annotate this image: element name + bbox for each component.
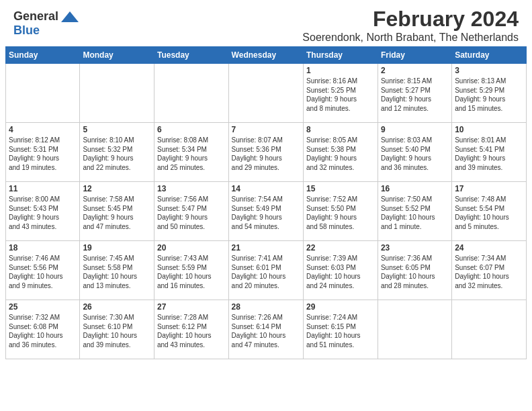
cell-day-number: 6 xyxy=(157,125,226,134)
cell-day-info: Sunrise: 8:13 AM Sunset: 5:29 PM Dayligh… xyxy=(455,77,523,113)
calendar-week-3: 18Sunrise: 7:46 AM Sunset: 5:56 PM Dayli… xyxy=(6,241,527,300)
cell-day-number: 24 xyxy=(455,243,523,253)
cell-day-info: Sunrise: 8:07 AM Sunset: 5:36 PM Dayligh… xyxy=(232,136,300,172)
cell-day-info: Sunrise: 7:52 AM Sunset: 5:50 PM Dayligh… xyxy=(306,195,375,231)
cell-day-info: Sunrise: 8:08 AM Sunset: 5:34 PM Dayligh… xyxy=(157,136,226,172)
cell-day-info: Sunrise: 7:50 AM Sunset: 5:52 PM Dayligh… xyxy=(381,195,449,231)
cell-day-info: Sunrise: 7:48 AM Sunset: 5:54 PM Dayligh… xyxy=(455,195,523,231)
title-location: Soerendonk, North Brabant, The Netherlan… xyxy=(302,32,519,44)
cell-day-info: Sunrise: 7:30 AM Sunset: 6:10 PM Dayligh… xyxy=(83,313,151,349)
calendar-header: SundayMondayTuesdayWednesdayThursdayFrid… xyxy=(6,47,527,64)
cell-day-number: 7 xyxy=(232,125,300,134)
cell-day-number: 18 xyxy=(9,243,77,253)
calendar-week-4: 25Sunrise: 7:32 AM Sunset: 6:08 PM Dayli… xyxy=(6,300,527,359)
calendar-cell: 9Sunrise: 8:03 AM Sunset: 5:40 PM Daylig… xyxy=(378,123,451,182)
cell-day-info: Sunrise: 7:43 AM Sunset: 5:59 PM Dayligh… xyxy=(157,254,226,290)
cell-day-number: 16 xyxy=(381,184,449,193)
calendar-week-1: 4Sunrise: 8:12 AM Sunset: 5:31 PM Daylig… xyxy=(6,123,527,182)
calendar-week-2: 11Sunrise: 8:00 AM Sunset: 5:43 PM Dayli… xyxy=(6,182,527,241)
cell-day-number: 1 xyxy=(306,66,375,75)
cell-day-number: 13 xyxy=(157,184,226,193)
cell-day-number: 8 xyxy=(306,125,375,134)
cell-day-info: Sunrise: 7:26 AM Sunset: 6:14 PM Dayligh… xyxy=(232,313,300,349)
calendar-cell: 29Sunrise: 7:24 AM Sunset: 6:15 PM Dayli… xyxy=(304,300,378,359)
calendar-cell xyxy=(80,64,154,123)
cell-day-number: 20 xyxy=(157,243,226,253)
calendar-cell xyxy=(228,64,303,123)
cell-day-info: Sunrise: 7:45 AM Sunset: 5:58 PM Dayligh… xyxy=(83,254,151,290)
calendar-cell xyxy=(154,64,228,123)
calendar-cell: 4Sunrise: 8:12 AM Sunset: 5:31 PM Daylig… xyxy=(6,123,80,182)
day-header-wednesday: Wednesday xyxy=(228,47,303,64)
cell-day-info: Sunrise: 7:34 AM Sunset: 6:07 PM Dayligh… xyxy=(455,254,523,290)
cell-day-number: 14 xyxy=(232,184,300,193)
calendar-cell: 5Sunrise: 8:10 AM Sunset: 5:32 PM Daylig… xyxy=(80,123,154,182)
calendar-cell xyxy=(6,64,80,123)
day-header-sunday: Sunday xyxy=(6,47,80,64)
cell-day-number: 21 xyxy=(232,243,300,253)
cell-day-number: 23 xyxy=(381,243,449,253)
title-month: February 2024 xyxy=(302,7,519,32)
cell-day-number: 10 xyxy=(455,125,523,134)
calendar-cell: 17Sunrise: 7:48 AM Sunset: 5:54 PM Dayli… xyxy=(452,182,527,241)
cell-day-number: 17 xyxy=(455,184,523,193)
day-header-monday: Monday xyxy=(80,47,154,64)
cell-day-info: Sunrise: 7:46 AM Sunset: 5:56 PM Dayligh… xyxy=(9,254,77,290)
cell-day-info: Sunrise: 7:32 AM Sunset: 6:08 PM Dayligh… xyxy=(9,313,77,349)
calendar-cell: 21Sunrise: 7:41 AM Sunset: 6:01 PM Dayli… xyxy=(228,241,303,300)
cell-day-number: 26 xyxy=(83,302,151,312)
cell-day-number: 4 xyxy=(9,125,77,134)
calendar-cell: 10Sunrise: 8:01 AM Sunset: 5:41 PM Dayli… xyxy=(452,123,527,182)
cell-day-info: Sunrise: 7:39 AM Sunset: 6:03 PM Dayligh… xyxy=(306,254,375,290)
calendar-cell: 14Sunrise: 7:54 AM Sunset: 5:49 PM Dayli… xyxy=(228,182,303,241)
calendar-cell xyxy=(378,300,451,359)
cell-day-number: 15 xyxy=(306,184,375,193)
title-block: February 2024 Soerendonk, North Brabant,… xyxy=(302,7,519,44)
page-header: General Blue February 2024 Soerendonk, N… xyxy=(0,0,532,46)
cell-day-number: 3 xyxy=(455,66,523,75)
cell-day-number: 28 xyxy=(232,302,300,312)
logo-blue: Blue xyxy=(13,24,40,38)
cell-day-info: Sunrise: 7:54 AM Sunset: 5:49 PM Dayligh… xyxy=(232,195,300,231)
svg-marker-0 xyxy=(61,11,79,22)
cell-day-info: Sunrise: 7:36 AM Sunset: 6:05 PM Dayligh… xyxy=(381,254,449,290)
cell-day-info: Sunrise: 7:56 AM Sunset: 5:47 PM Dayligh… xyxy=(157,195,226,231)
cell-day-info: Sunrise: 8:00 AM Sunset: 5:43 PM Dayligh… xyxy=(9,195,77,231)
calendar-cell: 8Sunrise: 8:05 AM Sunset: 5:38 PM Daylig… xyxy=(304,123,378,182)
cell-day-number: 5 xyxy=(83,125,151,134)
calendar-cell: 18Sunrise: 7:46 AM Sunset: 5:56 PM Dayli… xyxy=(6,241,80,300)
cell-day-number: 19 xyxy=(83,243,151,253)
cell-day-number: 29 xyxy=(306,302,375,312)
cell-day-info: Sunrise: 7:24 AM Sunset: 6:15 PM Dayligh… xyxy=(306,313,375,349)
calendar-week-0: 1Sunrise: 8:16 AM Sunset: 5:25 PM Daylig… xyxy=(6,64,527,123)
calendar-container: SundayMondayTuesdayWednesdayThursdayFrid… xyxy=(0,46,532,365)
cell-day-number: 22 xyxy=(306,243,375,253)
calendar-cell: 13Sunrise: 7:56 AM Sunset: 5:47 PM Dayli… xyxy=(154,182,228,241)
logo-general: General xyxy=(13,9,58,24)
calendar-cell: 23Sunrise: 7:36 AM Sunset: 6:05 PM Dayli… xyxy=(378,241,451,300)
cell-day-info: Sunrise: 8:03 AM Sunset: 5:40 PM Dayligh… xyxy=(381,136,449,172)
cell-day-info: Sunrise: 7:28 AM Sunset: 6:12 PM Dayligh… xyxy=(157,313,226,349)
cell-day-number: 27 xyxy=(157,302,226,312)
cell-day-number: 25 xyxy=(9,302,77,312)
logo-icon xyxy=(60,10,80,24)
cell-day-number: 2 xyxy=(381,66,449,75)
calendar-cell: 25Sunrise: 7:32 AM Sunset: 6:08 PM Dayli… xyxy=(6,300,80,359)
calendar-cell: 7Sunrise: 8:07 AM Sunset: 5:36 PM Daylig… xyxy=(228,123,303,182)
cell-day-number: 11 xyxy=(9,184,77,193)
cell-day-info: Sunrise: 8:01 AM Sunset: 5:41 PM Dayligh… xyxy=(455,136,523,172)
cell-day-info: Sunrise: 8:10 AM Sunset: 5:32 PM Dayligh… xyxy=(83,136,151,172)
calendar-cell: 22Sunrise: 7:39 AM Sunset: 6:03 PM Dayli… xyxy=(304,241,378,300)
calendar-cell: 2Sunrise: 8:15 AM Sunset: 5:27 PM Daylig… xyxy=(378,64,451,123)
day-header-saturday: Saturday xyxy=(452,47,527,64)
calendar-cell: 1Sunrise: 8:16 AM Sunset: 5:25 PM Daylig… xyxy=(304,64,378,123)
cell-day-info: Sunrise: 8:05 AM Sunset: 5:38 PM Dayligh… xyxy=(306,136,375,172)
header-row: SundayMondayTuesdayWednesdayThursdayFrid… xyxy=(6,47,527,64)
day-header-thursday: Thursday xyxy=(304,47,378,64)
logo: General Blue xyxy=(13,7,80,38)
calendar-cell: 15Sunrise: 7:52 AM Sunset: 5:50 PM Dayli… xyxy=(304,182,378,241)
cell-day-info: Sunrise: 7:41 AM Sunset: 6:01 PM Dayligh… xyxy=(232,254,300,290)
day-header-tuesday: Tuesday xyxy=(154,47,228,64)
cell-day-number: 9 xyxy=(381,125,449,134)
calendar-body: 1Sunrise: 8:16 AM Sunset: 5:25 PM Daylig… xyxy=(6,64,527,359)
